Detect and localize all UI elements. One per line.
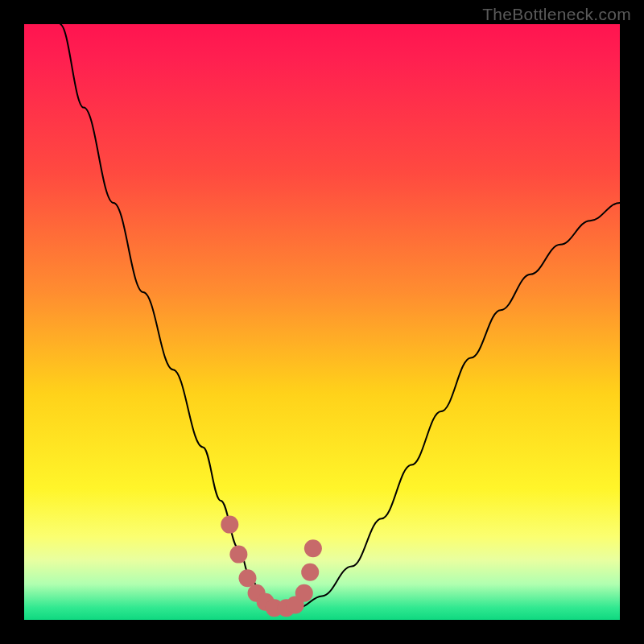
- highlighted-points-group: [221, 516, 322, 617]
- highlighted-point: [304, 539, 322, 557]
- highlighted-point: [239, 569, 257, 587]
- watermark-label: TheBottleneck.com: [482, 5, 631, 24]
- chart-svg: [24, 24, 620, 620]
- highlighted-point: [229, 546, 247, 564]
- bottleneck-curve-path: [60, 24, 620, 608]
- highlighted-point: [221, 516, 238, 534]
- highlighted-point: [301, 564, 319, 581]
- chart-outer-frame: TheBottleneck.com: [0, 0, 644, 644]
- highlighted-point: [295, 584, 313, 602]
